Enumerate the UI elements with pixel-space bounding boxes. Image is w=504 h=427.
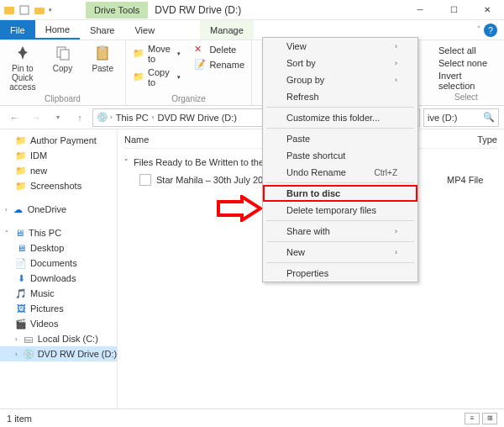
sidebar-item-downloads[interactable]: ⬇Downloads	[0, 271, 117, 286]
menu-view[interactable]: View›	[263, 38, 417, 55]
recent-locations-icon[interactable]: ▾	[49, 108, 67, 127]
svg-rect-1	[20, 6, 29, 14]
explorer-icon	[3, 4, 15, 16]
properties-icon[interactable]	[18, 4, 30, 16]
menu-customize-folder[interactable]: Customize this folder...	[263, 109, 417, 126]
navigation-pane[interactable]: 📁Author Payment 📁IDM 📁new 📁Screenshots ›…	[0, 129, 118, 409]
details-view-button[interactable]: ≡	[465, 413, 480, 424]
file-icon	[139, 174, 151, 186]
downloads-icon: ⬇	[15, 272, 27, 284]
breadcrumb-this-pc[interactable]: This PC	[114, 113, 150, 123]
move-to-button[interactable]: 📁Move to ▾	[133, 44, 181, 64]
this-pc-icon: 🖥	[13, 227, 25, 239]
videos-icon: 🎬	[15, 318, 27, 329]
rename-icon: 📝	[194, 59, 206, 71]
file-name: Star Mahila – 30th July 20	[156, 175, 263, 185]
sidebar-item-desktop[interactable]: 🖥Desktop	[0, 240, 117, 256]
menu-properties[interactable]: Properties	[263, 265, 417, 282]
select-group-label: Select	[435, 91, 497, 102]
select-all-button[interactable]: Select all	[438, 45, 497, 55]
qat-dropdown-icon[interactable]: ▾	[49, 7, 52, 13]
tab-file[interactable]: File	[0, 20, 35, 40]
hdd-icon: 🖴	[23, 333, 34, 345]
sidebar-item-screenshots[interactable]: 📁Screenshots	[0, 178, 117, 193]
delete-button[interactable]: ✕Delete	[194, 44, 244, 55]
column-type[interactable]: Type	[477, 134, 497, 145]
folder-icon: 📁	[15, 180, 27, 192]
ribbon: Pin to Quick access Copy Paste Clipboard…	[0, 40, 504, 106]
delete-icon: ✕	[194, 44, 206, 55]
forward-button[interactable]: →	[27, 108, 45, 127]
tab-manage[interactable]: Manage	[200, 20, 254, 40]
menu-sort-by[interactable]: Sort by›	[263, 55, 417, 71]
invert-selection-button[interactable]: Invert selection	[438, 71, 497, 91]
pin-to-quick-access-button[interactable]: Pin to Quick access	[7, 44, 39, 92]
menu-undo-rename[interactable]: Undo RenameCtrl+Z	[263, 164, 417, 181]
close-button[interactable]: ✕	[470, 0, 504, 20]
move-to-icon: 📁	[133, 48, 144, 60]
main-area: 📁Author Payment 📁IDM 📁new 📁Screenshots ›…	[0, 129, 504, 409]
music-icon: 🎵	[15, 287, 27, 299]
svg-rect-2	[34, 8, 45, 14]
search-placeholder: ive (D:)	[428, 113, 457, 123]
annotation-arrow-icon	[217, 195, 262, 222]
tab-share[interactable]: Share	[80, 20, 124, 40]
menu-share-with[interactable]: Share with›	[263, 223, 417, 240]
new-folder-icon[interactable]	[34, 4, 45, 16]
menu-refresh[interactable]: Refresh	[263, 88, 417, 105]
help-icon[interactable]: ?	[484, 24, 497, 37]
folder-icon: 📁	[15, 134, 27, 146]
select-none-button[interactable]: Select none	[438, 58, 497, 68]
menu-group-by[interactable]: Group by›	[263, 71, 417, 88]
svg-marker-7	[218, 197, 260, 220]
chevron-right-icon: ›	[395, 42, 397, 50]
sidebar-item-pictures[interactable]: 🖼Pictures	[0, 301, 117, 316]
minimize-button[interactable]: ─	[403, 0, 437, 20]
search-input[interactable]: ive (D:) 🔍	[423, 108, 499, 127]
rename-button[interactable]: 📝Rename	[194, 59, 244, 71]
paste-button[interactable]: Paste	[87, 44, 118, 73]
chevron-right-icon: ›	[395, 76, 397, 84]
status-bar: 1 item ≡ ⊞	[0, 409, 504, 427]
menu-delete-temp-files[interactable]: Delete temporary files	[263, 202, 417, 219]
dvd-drive-icon: 💿	[97, 112, 108, 123]
sidebar-item-dvd[interactable]: ›💿DVD RW Drive (D:)	[0, 346, 117, 361]
paste-icon	[93, 44, 112, 62]
sidebar-item-videos[interactable]: 🎬Videos	[0, 316, 117, 331]
back-button[interactable]: ←	[5, 108, 24, 127]
copy-button[interactable]: Copy	[47, 44, 79, 73]
sidebar-item-idm[interactable]: 📁IDM	[0, 148, 117, 163]
file-type: MP4 File	[447, 175, 497, 185]
collapse-ribbon-icon[interactable]: ˅	[477, 25, 480, 40]
folder-icon: 📁	[15, 150, 27, 161]
context-menu: View› Sort by› Group by› Refresh Customi…	[262, 37, 418, 282]
chevron-right-icon: ›	[395, 248, 397, 256]
breadcrumb-dvd[interactable]: DVD RW Drive (D:)	[155, 113, 239, 123]
copy-to-button[interactable]: 📁Copy to ▾	[133, 67, 181, 87]
up-button[interactable]: ↑	[71, 108, 89, 127]
titlebar: ▾ Drive Tools DVD RW Drive (D:) ─ ☐ ✕	[0, 0, 504, 20]
sidebar-item-new[interactable]: 📁new	[0, 163, 117, 178]
menu-paste-shortcut: Paste shortcut	[263, 147, 417, 164]
icons-view-button[interactable]: ⊞	[482, 413, 497, 424]
clipboard-group-label: Clipboard	[7, 92, 118, 103]
sidebar-item-music[interactable]: 🎵Music	[0, 286, 117, 301]
menu-paste: Paste	[263, 130, 417, 147]
sidebar-item-this-pc[interactable]: ˅🖥This PC	[0, 225, 117, 240]
pin-icon	[13, 44, 32, 62]
tab-view[interactable]: View	[124, 20, 165, 40]
sidebar-item-local-disk[interactable]: ›🖴Local Disk (C:)	[0, 331, 117, 346]
svg-rect-5	[97, 47, 108, 60]
maximize-button[interactable]: ☐	[437, 0, 470, 20]
sidebar-item-onedrive[interactable]: ›☁OneDrive	[0, 202, 117, 217]
shortcut-text: Ctrl+Z	[375, 168, 398, 177]
svg-rect-0	[4, 7, 14, 14]
chevron-right-icon: ›	[395, 59, 397, 67]
menu-burn-to-disc[interactable]: Burn to disc	[263, 185, 417, 202]
sidebar-item-author-payment[interactable]: 📁Author Payment	[0, 133, 117, 148]
tab-home[interactable]: Home	[35, 20, 80, 40]
drive-tools-contextual-tab: Drive Tools	[86, 2, 148, 18]
copy-to-icon: 📁	[133, 71, 144, 83]
sidebar-item-documents[interactable]: 📄Documents	[0, 256, 117, 271]
menu-new[interactable]: New›	[263, 244, 417, 261]
